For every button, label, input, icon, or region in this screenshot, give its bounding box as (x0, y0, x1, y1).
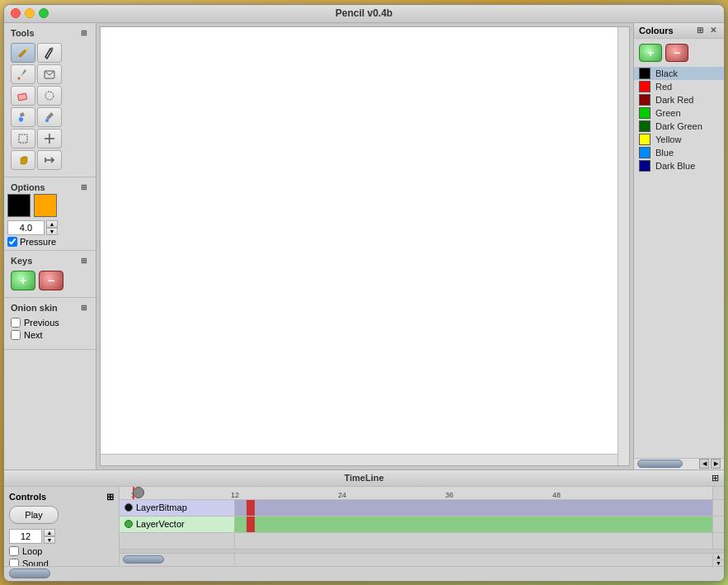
options-section: Options ⊞ 4.0 ▲ ▼ Pressure (4, 177, 96, 251)
next-checkbox[interactable] (11, 330, 21, 340)
envelope-tool-btn[interactable] (37, 64, 62, 84)
transform-tool-btn[interactable] (37, 129, 62, 149)
playhead-indicator[interactable] (133, 487, 144, 498)
color-item-black[interactable]: Black (634, 67, 724, 80)
brush-tool-btn[interactable] (11, 64, 35, 84)
fps-input[interactable]: 12 (9, 529, 42, 544)
color-item-dark-blue[interactable]: Dark Blue (634, 159, 724, 172)
pencil-tool-btn[interactable] (11, 43, 35, 63)
bucket-tool-btn[interactable] (11, 107, 35, 127)
maximize-button[interactable] (39, 8, 49, 18)
add-color-button[interactable]: + (639, 44, 662, 62)
pressure-row: Pressure (7, 237, 92, 247)
play-button[interactable]: Play (9, 506, 59, 524)
color-dot-dark-green (639, 120, 651, 132)
eraser-tool-btn[interactable] (11, 86, 35, 106)
timeline-title: TimeLine (344, 473, 383, 483)
options-pin[interactable]: ⊞ (81, 183, 89, 191)
svg-point-3 (45, 92, 54, 100)
color-dot-yellow (639, 134, 651, 145)
canvas-scrollbar-horizontal[interactable] (101, 454, 618, 465)
layer-bitmap-scrollbar[interactable] (712, 500, 724, 516)
layer-bitmap-frames[interactable] (235, 500, 712, 516)
hand-tool-btn[interactable] (11, 150, 35, 170)
left-scroll-thumb[interactable] (123, 555, 164, 564)
empty-track-row (120, 533, 724, 550)
eyedropper-tool-btn[interactable] (37, 107, 62, 127)
colors-scrollbar-thumb[interactable] (637, 460, 683, 468)
stroke-width-spinner: ▲ ▼ (46, 220, 58, 235)
bottom-scroll-thumb[interactable] (9, 568, 50, 578)
remove-color-button[interactable]: − (665, 44, 688, 62)
color-item-blue[interactable]: Blue (634, 146, 724, 159)
color-item-red[interactable]: Red (634, 80, 724, 93)
pen-tool-btn[interactable] (37, 43, 62, 63)
fps-up[interactable]: ▲ (44, 529, 55, 536)
sound-checkbox[interactable] (9, 559, 19, 566)
canvas-scrollbar-vertical[interactable] (618, 27, 629, 465)
layer-vector-label[interactable]: LayerVector (120, 517, 235, 532)
close-button[interactable] (11, 8, 21, 18)
timeline-scroll-left (120, 554, 235, 566)
onion-skin-pin[interactable]: ⊞ (81, 304, 89, 312)
fps-spinner: ▲ ▼ (44, 529, 55, 544)
keys-label: Keys (11, 256, 32, 266)
timeline-header: TimeLine ⊞ (4, 470, 724, 487)
arrow-tool-btn[interactable] (37, 150, 62, 170)
timeline-pin[interactable]: ⊞ (712, 473, 719, 484)
layer-vector-row: LayerVector (120, 517, 724, 533)
layer-bitmap-name: LayerBitmap (136, 502, 187, 512)
loop-row: Loop (9, 546, 114, 556)
scroll-down-btn[interactable]: ▼ (713, 560, 724, 566)
colors-header: Colours ⊞ ✕ (634, 23, 724, 39)
layer-vector-track-bg (235, 517, 712, 532)
left-panel: Tools ⊞ (4, 23, 96, 469)
stroke-width-input[interactable]: 4.0 (7, 220, 45, 235)
previous-checkbox[interactable] (11, 318, 21, 328)
keys-pin[interactable]: ⊞ (81, 257, 89, 265)
colors-header-right: ⊞ ✕ (694, 25, 719, 36)
stroke-width-down[interactable]: ▼ (46, 228, 58, 235)
color-item-dark-green[interactable]: Dark Green (634, 120, 724, 133)
colors-scrollbar[interactable]: ◀ ▶ (634, 458, 724, 469)
ruler-mark-12: 12 (231, 491, 239, 499)
colors-add-row: + − (634, 39, 724, 67)
fill-color-swatch[interactable] (34, 194, 57, 217)
colors-scroll-left[interactable]: ◀ (699, 459, 709, 469)
remove-key-button[interactable]: − (39, 271, 63, 290)
scroll-up-btn[interactable]: ▲ (713, 554, 724, 560)
pressure-checkbox[interactable] (7, 237, 17, 247)
stroke-width-up[interactable]: ▲ (46, 220, 58, 228)
layer-vector-playhead-mark (247, 517, 255, 532)
canvas[interactable] (100, 26, 630, 466)
colors-scroll-right[interactable]: ▶ (711, 459, 721, 469)
color-item-green[interactable]: Green (634, 106, 724, 120)
add-key-button[interactable]: + (11, 271, 35, 290)
ruler-mark-48: 48 (552, 491, 561, 499)
fps-down[interactable]: ▼ (44, 536, 55, 544)
ruler-mark-36: 36 (445, 491, 453, 499)
ruler-mark-24: 24 (338, 491, 346, 499)
layer-bitmap-dot (124, 503, 133, 512)
color-item-yellow[interactable]: Yellow (634, 133, 724, 146)
select-tool-btn[interactable] (11, 129, 35, 149)
tools-pin[interactable]: ⊞ (81, 29, 89, 37)
minimize-button[interactable] (25, 8, 35, 18)
colors-pin-btn[interactable]: ⊞ (694, 25, 706, 36)
color-item-dark-red[interactable]: Dark Red (634, 93, 724, 106)
controls-panel: Controls ⊞ Play 12 ▲ ▼ Loop (4, 487, 120, 566)
center-area (96, 23, 633, 469)
options-header: Options ⊞ (7, 181, 92, 194)
loop-checkbox[interactable] (9, 546, 19, 556)
layer-vector-scrollbar[interactable] (712, 517, 724, 532)
lasso-tool-btn[interactable] (37, 86, 62, 106)
layer-bitmap-label[interactable]: LayerBitmap (120, 500, 235, 516)
stroke-color-swatch[interactable] (7, 194, 31, 217)
svg-point-4 (45, 119, 49, 122)
previous-label: Previous (24, 318, 59, 328)
title-bar: Pencil v0.4b (4, 5, 724, 23)
color-dot-blue (639, 147, 651, 158)
controls-pin[interactable]: ⊞ (106, 492, 114, 502)
colors-close-btn[interactable]: ✕ (707, 25, 719, 36)
layer-vector-frames[interactable] (235, 517, 712, 532)
